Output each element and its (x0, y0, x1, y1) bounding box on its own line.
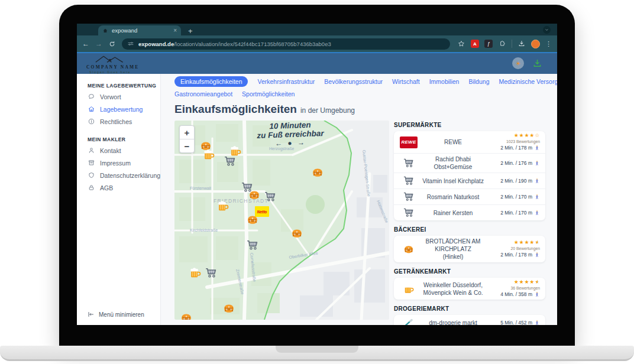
poi-icon-cell: REWE (399, 136, 418, 148)
laptop-base (0, 346, 634, 361)
poi-distance: 2 Min. / 170 m (500, 210, 540, 216)
star-rating: ★★★★★ (514, 240, 540, 246)
walking-person-icon (534, 194, 540, 200)
url-domain: expowand.de (138, 41, 174, 47)
star-full-icon: ★ (529, 239, 535, 245)
poi-meta: ★★★★★36 Bewertungen4 Min. / 358 m (488, 280, 540, 298)
poi-meta: 2 Min. / 190 m (488, 178, 540, 184)
tab-wirtschaft[interactable]: Wirtschaft (392, 78, 420, 85)
url-bar[interactable]: expowand.de/locationValuation/index/542f… (122, 38, 450, 50)
collapse-icon (88, 311, 95, 318)
star-full-icon: ★ (524, 239, 529, 245)
poi-meta: 2 Min. / 176 m (488, 160, 540, 167)
sidebar-nav: MEINE LAGEBEWERTUNGVorwortLagebewertungR… (77, 83, 160, 194)
poi-distance: 2 Min. / 190 m (500, 178, 540, 184)
sidebar-item-datenschutzerkl-rung[interactable]: Datenschutzerklärung (77, 169, 160, 181)
sidebar-item-rechtliches[interactable]: Rechtliches (77, 115, 160, 128)
map[interactable]: HerzogstraßeFürstenwallFRIEDRICHSTADTKir… (174, 121, 389, 320)
street-label: Kirchfeldstraße (190, 228, 218, 232)
forward-button[interactable]: → (95, 40, 102, 47)
map-canvas[interactable]: HerzogstraßeFürstenwallFRIEDRICHSTADTKir… (174, 121, 389, 320)
walking-person-icon (534, 291, 540, 298)
site-settings-icon[interactable] (127, 40, 134, 47)
poi-row-rosmarin-naturkost[interactable]: Rosmarin Naturkost2 Min. / 170 m (394, 189, 545, 205)
new-tab-button[interactable]: + (188, 27, 193, 35)
rewe-logo: REWE (400, 136, 418, 148)
back-button[interactable]: ← (82, 40, 89, 47)
poi-review-count: 20 Bewertungen (510, 246, 540, 251)
cart-icon (403, 207, 415, 219)
theme-toggle-button[interactable]: ☀ (512, 57, 524, 69)
poi-row-brotl-dchen-am-kirchplatz[interactable]: BROTLÄDCHEN AM KIRCHPLATZ(Hinkel)★★★★★20… (394, 236, 545, 262)
browser-toolbar: ← → expowand.de/locationValuation/index/… (77, 35, 557, 52)
bookmark-star-icon[interactable] (457, 40, 465, 48)
poi-distance-text: 2 Min. / 178 m (500, 252, 532, 258)
tab-search-button[interactable] (543, 26, 551, 34)
tab-verkehrsinfrastruktur[interactable]: Verkehrsinfrastruktur (257, 78, 315, 85)
poi-card: BROTLÄDCHEN AM KIRCHPLATZ(Hinkel)★★★★★20… (394, 236, 545, 262)
pretzel-map-marker[interactable] (248, 216, 257, 224)
sidebar-collapse-button[interactable]: Menü minimieren (88, 311, 144, 318)
reload-button[interactable] (108, 40, 116, 48)
pretzel-map-marker[interactable] (313, 169, 322, 177)
sidebar-item-kontakt[interactable]: Kontakt (77, 144, 160, 157)
poi-meta: 2 Min. / 170 m (488, 210, 540, 216)
sidebar-item-lagebewertung[interactable]: Lagebewertung (77, 103, 160, 115)
section-title-drogeriemarkt: DROGERIEMARKT (394, 306, 545, 312)
poi-row-rewe[interactable]: REWEREWE★★★★☆1023 Bewertungen2 Min. / 17… (394, 131, 545, 154)
pretzel-map-marker[interactable] (201, 142, 211, 150)
tab-gastronomieangebot[interactable]: Gastronomieangebot (174, 90, 232, 98)
tab-sportm-glichkeiten[interactable]: Sportmöglichkeiten (242, 90, 295, 98)
tab-bildung[interactable]: Bildung (468, 78, 489, 85)
star-half-icon: ★ (535, 239, 540, 245)
sidebar-item-agb[interactable]: AGB (77, 181, 160, 194)
poi-row-dm-drogerie-markt[interactable]: dm-drogerie markt5 Min. / 452 m (394, 315, 545, 325)
tab-einkaufsm-glichkeiten[interactable]: Einkaufsmöglichkeiten (174, 76, 248, 87)
browser-window: expowand × + ← → expowand.de/locationVal… (77, 24, 557, 325)
sidebar-item-label: Impressum (100, 160, 131, 167)
zoom-in-button[interactable]: + (180, 126, 194, 139)
sidebar-item-impressum[interactable]: Impressum (77, 157, 160, 169)
report-download-button[interactable] (532, 58, 543, 69)
toothbrush-icon (403, 317, 415, 325)
downloads-icon[interactable] (517, 40, 526, 48)
tab-bev-lkerungsstruktur[interactable]: Bevölkerungsstruktur (324, 78, 383, 85)
url-text: expowand.de/locationValuation/index/542f… (138, 41, 331, 47)
collapse-label: Menü minimieren (99, 311, 144, 318)
pretzel-map-marker[interactable] (250, 191, 259, 199)
cart-icon (403, 157, 415, 169)
poi-icon-cell (399, 317, 418, 325)
browser-tab[interactable]: expowand × (98, 25, 181, 35)
netto-map-marker[interactable]: Netto (255, 206, 269, 217)
netto-logo-text: Netto (257, 210, 267, 214)
tab-immobilien[interactable]: Immobilien (429, 78, 460, 85)
pdf-extension-icon[interactable]: A (471, 40, 479, 48)
poi-meta: ★★★★★20 Bewertungen2 Min. / 178 m (488, 240, 540, 258)
poi-icon-cell (399, 157, 418, 169)
poi-row-weinkeller-d-sseldorf[interactable]: Weinkeller Düsseldorf,Mövenpick Wein & C… (394, 278, 545, 300)
star-full-icon: ★ (514, 239, 519, 245)
profile-avatar[interactable] (531, 40, 540, 48)
page-title-row: Einkaufsmöglichkeiten in der Umgebung (174, 103, 557, 116)
tab-medizinische-versorgung[interactable]: Medizinische Versorgung (499, 78, 557, 85)
pretzel-map-marker[interactable] (224, 305, 234, 313)
tab-close-icon[interactable]: × (173, 28, 177, 34)
company-logo: COMPANY NAME Slogan Goes here (86, 54, 134, 74)
person-icon (88, 147, 95, 154)
poi-row-vitamin-insel-kirchplatz[interactable]: Vitamin Insel Kirchplatz2 Min. / 190 m (394, 173, 545, 189)
laptop-notch (276, 346, 358, 353)
star-full-icon: ★ (514, 132, 519, 138)
zoom-out-button[interactable]: − (180, 139, 194, 152)
font-extension-icon[interactable]: ƒ (484, 40, 493, 48)
poi-card: REWEREWE★★★★☆1023 Bewertungen2 Min. / 17… (394, 131, 545, 220)
poi-card: dm-drogerie markt5 Min. / 452 m (394, 315, 545, 325)
poi-row-rachid-dhabi-obst-gem-se[interactable]: Rachid Dhabi Obst+Gemüse2 Min. / 176 m (394, 154, 545, 173)
poi-review-count: 36 Bewertungen (510, 286, 540, 291)
tab-title: expowand (112, 27, 170, 34)
pretzel-map-marker[interactable] (292, 230, 302, 238)
star-full-icon: ★ (529, 279, 535, 285)
extensions-puzzle-icon[interactable] (498, 40, 506, 48)
sidebar-item-vorwort[interactable]: Vorwort (77, 90, 160, 103)
poi-row-rainer-kersten[interactable]: Rainer Kersten2 Min. / 170 m (394, 205, 545, 220)
browser-menu-icon[interactable]: ⋮ (545, 40, 552, 48)
